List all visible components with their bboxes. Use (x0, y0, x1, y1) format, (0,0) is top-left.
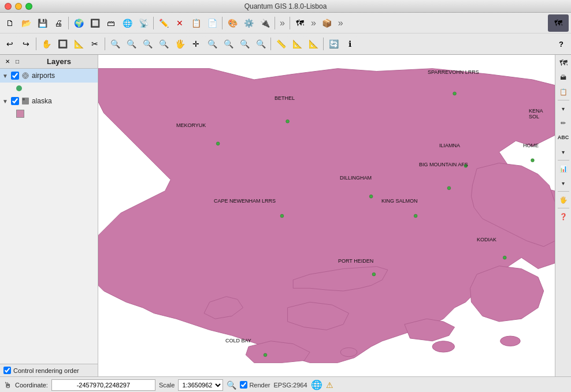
status-cursor-icon: 🖱 (3, 380, 12, 390)
select-by-rect[interactable]: 📐 (71, 36, 86, 51)
rt-sep1 (558, 100, 569, 100)
select-button[interactable]: 🔲 (55, 36, 70, 51)
plugin-button[interactable]: 🔌 (257, 16, 272, 31)
svg-point-17 (414, 214, 417, 218)
svg-point-10 (286, 120, 290, 123)
alaska-visibility-checkbox[interactable] (11, 97, 19, 105)
svg-point-20 (264, 353, 267, 357)
measure-area-button[interactable]: 📐 (290, 36, 305, 51)
expand-alaska-icon[interactable]: ▼ (2, 98, 9, 104)
redo-button[interactable]: ↪ (18, 36, 34, 51)
open-button[interactable]: 📂 (18, 16, 34, 31)
select-by-poly[interactable]: ✂ (87, 36, 102, 51)
render-checkbox[interactable] (240, 381, 247, 389)
coordinate-input[interactable] (51, 379, 155, 391)
rt-chart-icon[interactable]: 📊 (557, 162, 570, 176)
rt-hand-icon[interactable]: 🖐 (557, 193, 570, 207)
close-button[interactable] (5, 3, 12, 10)
rt-chevron-down-2-icon[interactable]: ▾ (557, 145, 570, 159)
alaska-type-icon (21, 96, 30, 106)
svg-point-14 (447, 186, 451, 190)
panel-close-icon[interactable]: ✕ (3, 58, 12, 66)
control-rendering-order-label: Control rendering order (13, 367, 79, 374)
maximize-button[interactable] (25, 3, 32, 10)
add-postgis-button[interactable]: 🗃 (103, 16, 118, 31)
info-button[interactable]: ℹ (342, 36, 357, 51)
zoom-layer-button[interactable]: 🔍 (156, 36, 171, 51)
zoom-in-button[interactable]: 🔍 (107, 36, 123, 51)
layer-item-airports[interactable]: ▼ airports (0, 69, 98, 83)
pan-button[interactable]: 🖐 (172, 36, 187, 51)
add-vector-layer-button[interactable]: 🌍 (71, 16, 86, 31)
undo-button[interactable]: ↩ (2, 36, 17, 51)
zoom-full-button[interactable]: 🔍 (140, 36, 155, 51)
svg-point-19 (372, 272, 376, 276)
rt-question-icon[interactable]: ❓ (557, 210, 570, 223)
paste-button[interactable]: 📄 (205, 16, 220, 31)
save-as-button[interactable]: 🖨 (51, 16, 66, 31)
scale-select[interactable]: 1:3650962 (178, 379, 223, 391)
add-raster-button[interactable]: 🔲 (87, 16, 102, 31)
help-button[interactable]: ? (554, 36, 569, 51)
more2-button[interactable]: » (336, 18, 346, 28)
control-rendering-order-checkbox[interactable] (3, 367, 11, 374)
measure-button[interactable]: 📏 (273, 36, 288, 51)
airports-visibility-checkbox[interactable] (11, 72, 19, 80)
measure-angle-button[interactable]: 📐 (306, 36, 321, 51)
sep4 (275, 17, 275, 29)
magnifier-icon[interactable]: 🔍 (227, 380, 236, 390)
rt-abc-icon[interactable]: ABC (557, 130, 570, 144)
crs-icon[interactable]: 🌐 (311, 379, 322, 390)
add-wfs-button[interactable]: 📡 (136, 16, 151, 31)
style-button[interactable]: 🎨 (225, 16, 240, 31)
zoom-out-button[interactable]: 🔍 (124, 36, 139, 51)
more-tools-button[interactable]: » (277, 18, 287, 28)
map-svg (98, 55, 555, 376)
new-project-button[interactable]: 🗋 (2, 16, 17, 31)
more-plugins-button[interactable]: » (309, 18, 318, 28)
rt-terrain-icon[interactable]: 🏔 (557, 70, 570, 84)
ext-icon-right[interactable]: 🗺 (548, 14, 569, 32)
rt-label-icon[interactable]: ✏ (557, 116, 570, 130)
zoom-prev-button[interactable]: 🔍 (221, 36, 236, 51)
layer-item-alaska[interactable]: ▼ alaska (0, 94, 98, 108)
sep5 (290, 17, 290, 29)
scale-label: Scale (159, 382, 175, 389)
rt-sep2 (558, 160, 569, 160)
rt-sep4 (558, 208, 569, 208)
rt-chevron-down-1-icon[interactable]: ▾ (557, 102, 570, 115)
rt-chevron-down-3-icon[interactable]: ▾ (557, 176, 570, 190)
expand-airports-icon[interactable]: ▼ (2, 73, 9, 79)
sep6 (36, 38, 36, 50)
panel-float-icon[interactable]: □ (13, 58, 21, 66)
touch-button[interactable]: ✋ (39, 36, 54, 51)
save-button[interactable]: 💾 (35, 16, 50, 31)
zoom-selection-button[interactable]: 🔍 (205, 36, 220, 51)
copy-button[interactable]: 📋 (188, 16, 203, 31)
ext-plugin-1[interactable]: 🗺 (292, 16, 307, 31)
window-title: Quantum GIS 1.8.0-Lisboa (244, 2, 327, 10)
svg-point-15 (369, 195, 373, 198)
refresh-button[interactable]: 🔄 (326, 36, 341, 51)
remove-button[interactable]: ✕ (172, 16, 187, 31)
rt-overview-icon[interactable]: 🗺 (557, 56, 570, 70)
svg-point-5 (23, 98, 25, 100)
warning-icon[interactable]: ⚠ (326, 380, 333, 390)
alaska-legend (0, 108, 98, 120)
pan-north-button[interactable]: ✛ (188, 36, 203, 51)
ext-plugin-2[interactable]: 📦 (320, 16, 335, 31)
digitize-button[interactable]: ✏️ (156, 16, 171, 31)
sep9 (323, 38, 324, 50)
sep3 (222, 17, 223, 29)
zoom-map-button[interactable]: 🔍 (253, 36, 268, 51)
zoom-next-button[interactable]: 🔍 (237, 36, 252, 51)
add-wms-button[interactable]: 🌐 (120, 16, 135, 31)
settings-button[interactable]: ⚙️ (241, 16, 256, 31)
panel-footer: Control rendering order (0, 364, 98, 376)
alaska-layer-name: alaska (32, 97, 52, 105)
minimize-button[interactable] (15, 3, 22, 10)
rt-layer-order-icon[interactable]: 📋 (557, 85, 570, 99)
layers-panel: ✕ □ Layers ▼ airports (0, 55, 98, 376)
map-canvas[interactable]: MEKORYUK BETHEL SPARREVOHN LRRS ILIAMNA … (98, 55, 555, 376)
airports-layer-name: airports (32, 72, 55, 80)
